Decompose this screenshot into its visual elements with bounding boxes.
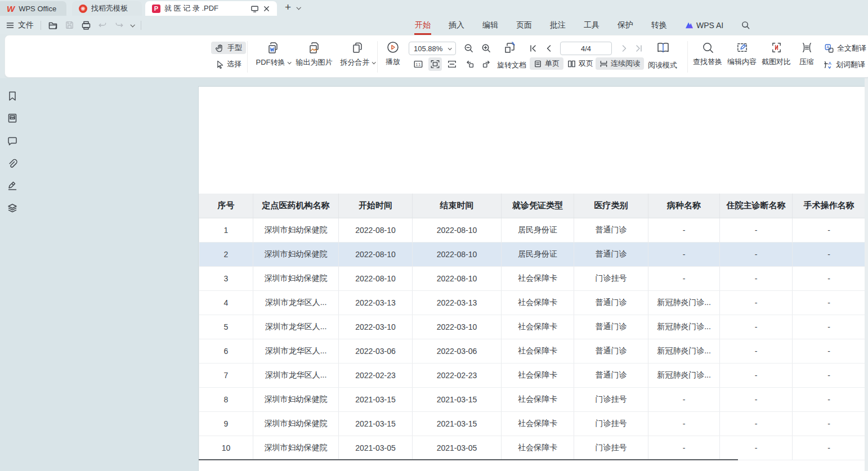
split-merge-button[interactable]: 拆分合并: [337, 41, 378, 68]
main-menu-button[interactable]: 文件: [6, 20, 34, 30]
rotate-right-icon[interactable]: [481, 59, 491, 69]
fit-page-icon[interactable]: [447, 59, 457, 69]
pdf-file-icon: P: [152, 5, 160, 13]
word-translate-button[interactable]: A 划词翻译: [819, 59, 868, 71]
table-header-cell: 病种名称: [648, 194, 720, 218]
menu-convert[interactable]: 转换: [651, 19, 668, 32]
split-merge-icon: [351, 41, 364, 55]
monitor-icon[interactable]: [250, 5, 259, 13]
table-cell: 新冠肺炎门诊...: [648, 339, 720, 363]
export-image-button[interactable]: 输出为图片: [294, 41, 334, 68]
compress-label: 压缩: [799, 57, 814, 67]
comment-panel-icon[interactable]: [7, 136, 18, 147]
tab-wps-office[interactable]: W WPS Office: [0, 1, 66, 16]
full-translate-label: 全文翻译: [837, 43, 866, 53]
fit-width-icon[interactable]: [428, 57, 442, 71]
menu-wps-ai[interactable]: WPS AI: [684, 20, 724, 31]
next-page-icon[interactable]: [620, 44, 629, 53]
table-cell: 普通门诊: [574, 363, 648, 387]
edit-content-button[interactable]: 编辑内容: [726, 41, 758, 67]
find-replace-label: 查找替换: [693, 57, 722, 67]
rotate-document-icon[interactable]: [503, 41, 517, 55]
select-tool-button[interactable]: 选择: [211, 58, 245, 70]
table-cell: 深圳市妇幼保健院: [253, 387, 339, 411]
menu-home[interactable]: 开始: [414, 19, 431, 32]
zoom-out-icon[interactable]: [463, 43, 474, 53]
save-icon[interactable]: [65, 20, 74, 30]
window-tab-bar: W WPS Office ❋ 找稻壳模板 P 就 医 记 录 .PDF +: [0, 0, 868, 16]
zoom-level-select[interactable]: 105.88%: [409, 42, 456, 55]
tab-list-chevron-icon[interactable]: [297, 5, 301, 10]
table-cell: 门诊挂号: [574, 411, 648, 436]
pdf-page[interactable]: 序号定点医药机构名称开始时间结束时间就诊凭证类型医疗类别病种名称住院主诊断名称手…: [198, 86, 865, 471]
close-tab-icon[interactable]: [263, 5, 270, 12]
print-icon[interactable]: [81, 20, 91, 30]
compress-button[interactable]: 压缩: [794, 41, 819, 67]
quick-access-chevron-icon[interactable]: [130, 23, 135, 27]
table-cell: 4: [199, 290, 253, 315]
continuous-reading-button[interactable]: 连续阅读: [596, 57, 644, 70]
layers-icon[interactable]: [7, 203, 18, 214]
table-cell: -: [720, 339, 793, 363]
attachment-icon[interactable]: [7, 158, 18, 169]
single-page-button[interactable]: 单页: [530, 57, 563, 70]
menu-edit[interactable]: 编辑: [482, 19, 499, 32]
tab-medical-record-pdf[interactable]: P 就 医 记 录 .PDF: [145, 1, 277, 16]
screenshot-compare-button[interactable]: 截图对比: [760, 41, 793, 67]
wps-ai-icon: [685, 21, 693, 29]
menu-protect[interactable]: 保护: [617, 19, 634, 32]
bookmark-icon[interactable]: [7, 91, 18, 102]
last-page-icon[interactable]: [634, 44, 643, 53]
menu-page[interactable]: 页面: [516, 19, 533, 32]
thumbnail-panel-icon[interactable]: [7, 113, 18, 124]
first-page-icon[interactable]: [529, 44, 538, 53]
pdf-convert-icon: [266, 41, 280, 55]
read-mode-icon[interactable]: [656, 41, 670, 55]
menu-tools[interactable]: 工具: [583, 19, 600, 32]
table-header-cell: 住院主诊断名称: [720, 194, 793, 218]
table-header-cell: 就诊凭证类型: [502, 194, 574, 218]
page-number-input[interactable]: 4/4: [560, 42, 612, 55]
find-replace-button[interactable]: 查找替换: [691, 41, 724, 67]
actual-size-icon[interactable]: 1:1: [413, 59, 423, 69]
table-header-row: 序号定点医药机构名称开始时间结束时间就诊凭证类型医疗类别病种名称住院主诊断名称手…: [199, 194, 866, 218]
table-cell: -: [793, 411, 866, 436]
table-cell: 普通门诊: [574, 339, 648, 363]
tab-docer-templates[interactable]: ❋ 找稻壳模板: [72, 1, 142, 16]
read-mode-label[interactable]: 阅读模式: [648, 60, 677, 70]
table-cell: 2022-03-10: [413, 315, 502, 339]
rotate-document-label[interactable]: 旋转文档: [497, 60, 526, 70]
menu-insert[interactable]: 插入: [448, 19, 465, 32]
zoom-in-icon[interactable]: [481, 43, 491, 53]
docer-logo-icon: ❋: [79, 5, 87, 13]
table-header-cell: 定点医药机构名称: [253, 194, 339, 218]
redo-icon[interactable]: [114, 20, 124, 30]
new-tab-button[interactable]: +: [285, 2, 291, 13]
wps-ai-label: WPS AI: [696, 21, 723, 30]
select-tool-label: 选择: [227, 59, 241, 69]
hand-tool-button[interactable]: 手型: [211, 42, 246, 54]
previous-page-icon[interactable]: [544, 44, 553, 53]
continuous-reading-icon: [599, 60, 608, 68]
table-cell: -: [648, 242, 720, 266]
table-cell: 2: [199, 242, 253, 266]
table-cell: 深圳市龙华区人...: [253, 363, 339, 387]
table-cell: 2021-03-05: [413, 436, 502, 460]
table-cell: 2022-03-10: [339, 315, 413, 339]
vertical-scrollbar[interactable]: [865, 78, 868, 471]
left-panel-strip: [0, 78, 25, 471]
table-cell: 2022-02-23: [339, 363, 413, 387]
single-page-icon: [534, 60, 542, 68]
play-slideshow-button[interactable]: 播放: [380, 41, 406, 67]
table-bottom-border: [199, 459, 738, 460]
full-translate-button[interactable]: A 全文翻译: [820, 42, 868, 55]
open-file-icon[interactable]: [48, 20, 58, 30]
pdf-convert-button[interactable]: PDF转换: [254, 41, 292, 68]
rotate-left-icon[interactable]: [465, 59, 475, 69]
menu-bar: 文件 开始 插入 编辑 页面 批注 工具 保护 转换: [0, 16, 868, 34]
annotate-pen-icon[interactable]: [7, 180, 18, 191]
menu-comment[interactable]: 批注: [549, 19, 566, 32]
table-cell: 2021-03-15: [413, 411, 502, 436]
search-icon[interactable]: [741, 20, 750, 30]
undo-icon[interactable]: [98, 20, 108, 30]
